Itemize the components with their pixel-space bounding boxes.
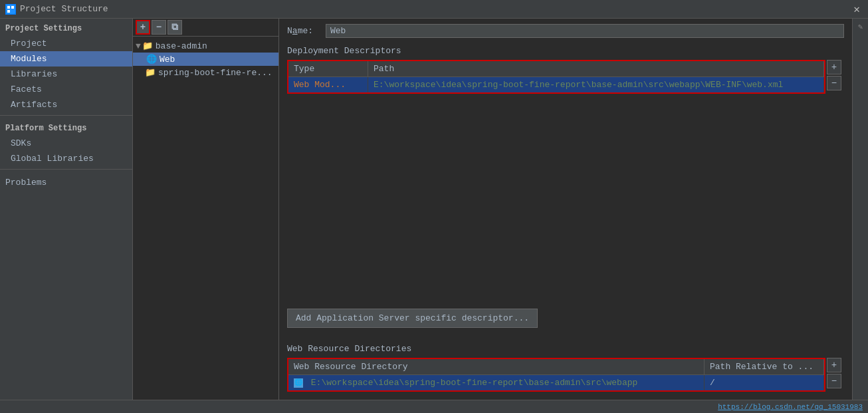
add-server-button[interactable]: Add Application Server specific descript… <box>287 309 538 328</box>
edit-pencil-icon[interactable]: ✎ <box>855 21 866 32</box>
svg-rect-3 <box>7 10 10 13</box>
tree-item-spring-boot[interactable]: 📁 spring-boot-fine-re... <box>133 66 278 79</box>
divider2 <box>0 169 132 170</box>
folder-icon: 📁 <box>142 41 153 51</box>
right-panel: Name: Deployment Descriptors Type Path W… <box>279 19 852 400</box>
tree-panel: + − ⧉ ▼ 📁 base-admin 🌐 Web 📁 spring-boot… <box>133 19 279 400</box>
tree-item-base-admin[interactable]: ▼ 📁 base-admin <box>133 39 278 53</box>
window-title: Project Structure <box>20 4 851 14</box>
table-side-buttons: + − <box>827 60 841 90</box>
platform-settings-header: Platform Settings <box>0 118 132 136</box>
remove-module-button[interactable]: − <box>152 20 166 35</box>
sidebar-item-facets[interactable]: Facets <box>0 82 132 97</box>
deployment-descriptors-table: Type Path Web Mod... E:\workspace\idea\s… <box>287 60 825 94</box>
svg-rect-1 <box>7 6 10 9</box>
sidebar-item-libraries[interactable]: Libraries <box>0 67 132 82</box>
sidebar-item-global-libraries[interactable]: Global Libraries <box>0 151 132 166</box>
project-settings-header: Project Settings <box>0 19 132 36</box>
name-row: Name: <box>287 24 844 38</box>
web-resource-icon: 🌐 <box>294 378 303 388</box>
tree-item-web[interactable]: 🌐 Web <box>133 53 278 66</box>
web-dir-header: Web Resource Directory <box>288 359 705 374</box>
module-tree: ▼ 📁 base-admin 🌐 Web 📁 spring-boot-fine-… <box>133 37 278 400</box>
main-content: Project Settings Project Modules Librari… <box>0 19 868 400</box>
sidebar: Project Settings Project Modules Librari… <box>0 19 133 400</box>
app-icon <box>5 4 16 15</box>
table-row[interactable]: Web Mod... E:\workspace\idea\spring-boot… <box>288 77 824 92</box>
add-web-resource-button[interactable]: + <box>827 358 841 372</box>
web-dir-cell: 🌐 E:\workspace\idea\spring-boot-fine-rep… <box>288 375 705 390</box>
svg-rect-2 <box>11 6 14 9</box>
right-panel-container: Name: Deployment Descriptors Type Path W… <box>279 19 868 400</box>
path-relative-cell: / <box>705 375 824 390</box>
add-descriptor-button[interactable]: + <box>827 60 841 74</box>
web-resource-row[interactable]: 🌐 E:\workspace\idea\spring-boot-fine-rep… <box>288 375 824 390</box>
table-header: Type Path <box>288 61 824 77</box>
tree-toolbar: + − ⧉ <box>133 19 278 37</box>
remove-web-resource-button[interactable]: − <box>827 374 841 388</box>
path-cell: E:\workspace\idea\spring-boot-fine-repor… <box>368 77 824 92</box>
module-icon: 📁 <box>145 67 156 78</box>
edit-icon-column: ✎ <box>852 19 868 400</box>
name-label: Name: <box>287 26 320 36</box>
type-header: Type <box>288 61 368 76</box>
web-icon: 🌐 <box>146 54 157 65</box>
status-url[interactable]: https://blog.csdn.net/qq_15031983 <box>718 403 863 411</box>
sidebar-item-modules[interactable]: Modules <box>0 51 132 67</box>
web-resource-table-header: Web Resource Directory Path Relative to … <box>288 359 824 375</box>
status-bar: https://blog.csdn.net/qq_15031983 <box>0 400 868 413</box>
web-resource-side-buttons: + − <box>827 358 841 388</box>
sidebar-item-problems[interactable]: Problems <box>0 172 132 190</box>
copy-module-button[interactable]: ⧉ <box>167 20 182 35</box>
empty-area <box>287 107 844 309</box>
name-input[interactable] <box>326 24 844 38</box>
type-cell: Web Mod... <box>288 77 368 92</box>
sidebar-item-project[interactable]: Project <box>0 36 132 51</box>
web-resource-table: Web Resource Directory Path Relative to … <box>287 358 825 392</box>
web-resource-header: Web Resource Directories <box>287 344 844 354</box>
sidebar-item-sdks[interactable]: SDKs <box>0 136 132 151</box>
path-relative-header: Path Relative to ... <box>705 359 824 374</box>
sidebar-item-artifacts[interactable]: Artifacts <box>0 97 132 112</box>
remove-descriptor-button[interactable]: − <box>827 76 841 90</box>
deployment-descriptors-header: Deployment Descriptors <box>287 46 844 56</box>
path-header: Path <box>368 61 824 76</box>
title-bar: Project Structure ✕ <box>0 0 868 19</box>
close-button[interactable]: ✕ <box>851 3 863 16</box>
expand-arrow: ▼ <box>136 41 141 51</box>
divider <box>0 115 132 116</box>
add-module-button[interactable]: + <box>136 20 150 35</box>
